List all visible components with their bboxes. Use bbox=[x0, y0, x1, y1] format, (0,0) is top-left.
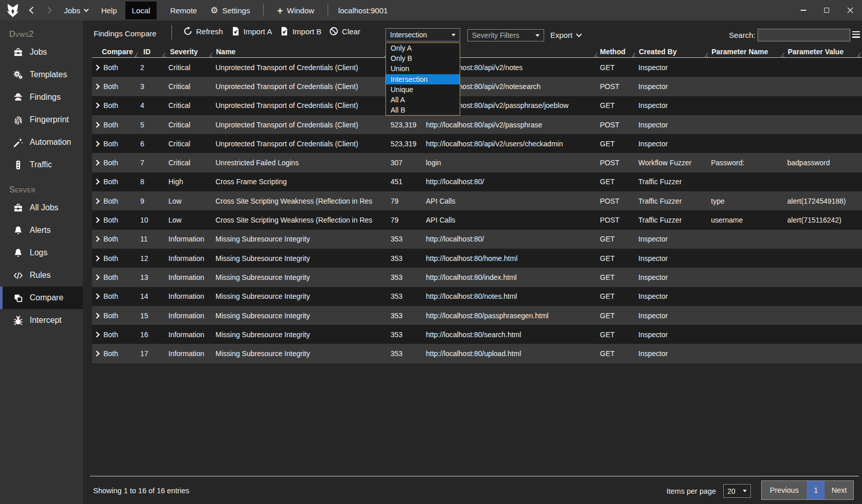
table-row[interactable]: Both15InformationMissing Subresource Int… bbox=[92, 306, 862, 325]
button-label: Clear bbox=[342, 27, 360, 36]
table-row[interactable]: Both10LowCross Site Scripting Weakness (… bbox=[92, 210, 862, 229]
table-row[interactable]: Both7CriticalUnrestricted Failed Logins3… bbox=[92, 153, 862, 172]
table-row[interactable]: Both4CriticalUnprotected Transport of Cr… bbox=[92, 96, 862, 115]
clear-button[interactable]: Clear bbox=[329, 27, 360, 36]
column-header-param_name[interactable]: Parameter Name bbox=[709, 45, 786, 58]
previous-page-button[interactable]: Previous bbox=[762, 481, 807, 499]
column-header-label: Parameter Value bbox=[788, 48, 844, 56]
menu-local[interactable]: Local bbox=[125, 2, 157, 19]
cell-url: http://localhost:80/passphrasegen.html bbox=[424, 312, 599, 320]
table-row[interactable]: Both13InformationMissing Subresource Int… bbox=[92, 268, 862, 287]
sidebar-item-logs[interactable]: Logs bbox=[0, 242, 83, 264]
clear-icon bbox=[329, 27, 338, 36]
menu-settings[interactable]: ⚙ Settings bbox=[210, 6, 250, 15]
column-resize-grip-icon[interactable] bbox=[593, 53, 597, 57]
dropdown-option-intersection[interactable]: Intersection bbox=[386, 74, 460, 84]
import-b-button[interactable]: Import B bbox=[279, 27, 321, 36]
sidebar-item-findings[interactable]: Findings bbox=[0, 86, 83, 108]
table-row[interactable]: Both3CriticalUnprotected Transport of Cr… bbox=[92, 77, 862, 96]
sidebar-item-alerts[interactable]: Alerts bbox=[0, 219, 83, 242]
sidebar-item-jobs[interactable]: Jobs bbox=[0, 41, 83, 63]
button-label: Refresh bbox=[196, 27, 223, 36]
expand-chevron-icon[interactable] bbox=[94, 217, 99, 223]
compare-mode-select[interactable]: Intersection bbox=[385, 28, 460, 41]
table-row[interactable]: Both17InformationMissing Subresource Int… bbox=[92, 344, 862, 363]
expand-chevron-icon[interactable] bbox=[94, 350, 99, 356]
nav-forward-icon[interactable] bbox=[45, 7, 52, 14]
severity-filters-select[interactable]: Severity Filters bbox=[467, 29, 544, 41]
expand-chevron-icon[interactable] bbox=[94, 103, 99, 108]
sidebar-item-intercept[interactable]: Intercept bbox=[0, 309, 83, 332]
sidebar-item-traffic[interactable]: Traffic bbox=[0, 154, 83, 176]
expand-chevron-icon[interactable] bbox=[94, 236, 99, 242]
expand-chevron-icon[interactable] bbox=[94, 160, 99, 165]
expand-chevron-icon[interactable] bbox=[94, 274, 99, 280]
hamburger-menu-icon[interactable] bbox=[852, 31, 860, 38]
dropdown-option-all-a[interactable]: All A bbox=[386, 95, 460, 105]
column-header-id[interactable]: ID bbox=[139, 45, 167, 58]
sidebar-item-templates[interactable]: Templates bbox=[0, 63, 83, 86]
column-resize-grip-icon[interactable] bbox=[133, 53, 138, 57]
minimize-button[interactable] bbox=[791, 0, 815, 20]
table-row[interactable]: Both16InformationMissing Subresource Int… bbox=[92, 325, 862, 344]
cell-created_by: Inspector bbox=[637, 254, 709, 262]
dropdown-option-only-a[interactable]: Only A bbox=[386, 43, 460, 53]
column-header-method[interactable]: Method bbox=[599, 45, 637, 58]
expand-chevron-icon[interactable] bbox=[94, 255, 99, 261]
dropdown-option-unique[interactable]: Unique bbox=[386, 84, 460, 95]
sidebar-item-automation[interactable]: Automation bbox=[0, 131, 83, 154]
nav-back-icon[interactable] bbox=[29, 7, 36, 14]
column-header-name[interactable]: Name bbox=[214, 45, 389, 58]
expand-chevron-icon[interactable] bbox=[94, 83, 99, 89]
dropdown-option-only-b[interactable]: Only B bbox=[386, 53, 460, 63]
column-resize-grip-icon[interactable] bbox=[161, 53, 165, 57]
next-page-button[interactable]: Next bbox=[825, 481, 853, 499]
wand-icon bbox=[13, 138, 23, 147]
expand-chevron-icon[interactable] bbox=[94, 294, 99, 299]
expand-chevron-icon[interactable] bbox=[94, 313, 99, 318]
menu-window[interactable]: + Window bbox=[277, 6, 314, 15]
table-row[interactable]: Both8HighCross Frame Scripting451http://… bbox=[92, 172, 862, 191]
menu-jobs[interactable]: Jobs bbox=[64, 6, 88, 15]
export-button[interactable]: Export bbox=[550, 31, 581, 39]
expand-chevron-icon[interactable] bbox=[94, 198, 99, 204]
table-row[interactable]: Both12InformationMissing Subresource Int… bbox=[92, 249, 862, 268]
expand-chevron-icon[interactable] bbox=[94, 122, 99, 127]
dropdown-option-union[interactable]: Union bbox=[386, 63, 460, 74]
search-input[interactable] bbox=[758, 29, 850, 41]
expand-chevron-icon[interactable] bbox=[94, 179, 99, 185]
expand-chevron-icon[interactable] bbox=[94, 64, 99, 70]
table-row[interactable]: Both14InformationMissing Subresource Int… bbox=[92, 287, 862, 306]
table-row[interactable]: Both6CriticalUnprotected Transport of Cr… bbox=[92, 134, 862, 153]
dropdown-option-all-b[interactable]: All B bbox=[386, 105, 460, 115]
menu-help[interactable]: Help bbox=[101, 6, 117, 15]
table-row[interactable]: Both11InformationMissing Subresource Int… bbox=[92, 230, 862, 249]
column-header-compare[interactable]: Compare bbox=[92, 45, 139, 58]
dropdown-arrow-icon bbox=[451, 34, 456, 36]
table-row[interactable]: Both9LowCross Site Scripting Weakness (R… bbox=[92, 191, 862, 210]
column-resize-grip-icon[interactable] bbox=[208, 53, 212, 57]
column-header-param_value[interactable]: Parameter Value bbox=[786, 45, 862, 58]
column-header-severity[interactable]: Severity bbox=[167, 45, 214, 58]
current-page-button[interactable]: 1 bbox=[807, 481, 825, 499]
column-resize-grip-icon[interactable] bbox=[856, 53, 860, 57]
column-resize-grip-icon[interactable] bbox=[631, 53, 635, 57]
sidebar-item-rules[interactable]: Rules bbox=[0, 264, 83, 287]
close-button[interactable] bbox=[838, 0, 862, 20]
column-resize-grip-icon[interactable] bbox=[703, 53, 708, 57]
column-resize-grip-icon[interactable] bbox=[780, 53, 784, 57]
expand-chevron-icon[interactable] bbox=[94, 332, 99, 337]
maximize-button[interactable] bbox=[815, 0, 838, 20]
sidebar-item-compare[interactable]: Compare bbox=[0, 287, 83, 309]
page-title: Findings Compare bbox=[94, 29, 157, 38]
refresh-button[interactable]: Refresh bbox=[183, 27, 223, 36]
table-row[interactable]: Both5CriticalUnprotected Transport of Cr… bbox=[92, 115, 862, 134]
import-a-button[interactable]: Import A bbox=[231, 27, 272, 36]
sidebar-item-fingerprint[interactable]: Fingerprint bbox=[0, 108, 83, 131]
table-row[interactable]: Both2CriticalUnprotected Transport of Cr… bbox=[92, 58, 862, 77]
menu-remote[interactable]: Remote bbox=[170, 6, 197, 15]
column-header-created_by[interactable]: Created By bbox=[637, 45, 709, 58]
expand-chevron-icon[interactable] bbox=[94, 141, 99, 146]
items-per-page-select[interactable]: 20 bbox=[723, 484, 751, 498]
sidebar-item-all-jobs[interactable]: All Jobs bbox=[0, 196, 83, 219]
